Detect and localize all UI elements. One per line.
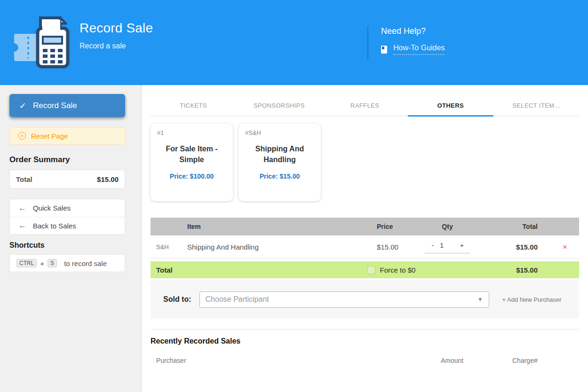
arrow-left-icon: ← xyxy=(18,204,26,213)
recently-recorded-sales-heading: Recently Recorded Sales xyxy=(151,337,579,345)
check-icon: ✓ xyxy=(19,101,26,111)
header-qty: Qty xyxy=(414,223,480,230)
shortcuts-heading: Shortcuts xyxy=(9,241,132,250)
item-name: Shipping And Handling xyxy=(245,143,314,165)
delete-row-icon[interactable]: × xyxy=(563,243,567,251)
col-amount: Amount xyxy=(441,357,512,364)
quantity-stepper: - 1 + xyxy=(425,241,470,253)
sidebar: ✓ Record Sale × Reset Page Order Summary… xyxy=(0,85,142,392)
order-grand-total: $15.00 xyxy=(480,266,551,274)
qty-decrease-button[interactable]: - xyxy=(426,241,440,249)
section-divider xyxy=(151,329,579,329)
shortcut-hint: CTRL + S to record sale xyxy=(9,254,125,272)
back-to-sales-label: Back to Sales xyxy=(33,222,76,230)
row-item-total: $15.00 xyxy=(480,243,551,251)
reset-circle-x-icon: × xyxy=(18,132,26,140)
quick-sales-label: Quick Sales xyxy=(33,204,71,212)
row-item-code: S&H xyxy=(151,243,187,251)
record-sale-button-label: Record Sale xyxy=(33,101,77,110)
item-card-for-sale-item-simple[interactable]: #1 For Sale Item - Simple Price: $100.00 xyxy=(151,124,233,201)
key-separator: + xyxy=(40,259,44,267)
sold-to-section: Sold to: Choose Participant ▼ + Add New … xyxy=(151,280,579,319)
col-charge: Charge# xyxy=(512,357,579,364)
page-subtitle: Record a sale xyxy=(79,42,153,50)
col-purchaser: Purchaser xyxy=(151,357,441,364)
how-to-guides-link[interactable]: How-To Guides xyxy=(393,44,445,55)
tab-sponsorships[interactable]: SPONSORSHIPS xyxy=(236,95,322,117)
order-total-row: Total Force to $0 $15.00 xyxy=(151,261,579,278)
chevron-down-icon: ▼ xyxy=(477,296,483,303)
item-code: #S&H xyxy=(245,129,314,136)
reset-page-button-label: Reset Page xyxy=(31,132,68,140)
sidebar-item-quick-sales[interactable]: ← Quick Sales xyxy=(10,199,125,217)
shortcut-description: to record sale xyxy=(64,259,107,267)
item-price: Price: $100.00 xyxy=(157,172,226,180)
item-card-list: #1 For Sale Item - Simple Price: $100.00… xyxy=(151,124,579,201)
record-sale-button[interactable]: ✓ Record Sale xyxy=(9,94,125,117)
item-price: Price: $15.00 xyxy=(245,172,314,180)
item-name: For Sale Item - Simple xyxy=(157,143,226,165)
order-total-label: Total xyxy=(16,175,32,183)
participant-select-placeholder: Choose Participant xyxy=(206,295,477,304)
page-title: Record Sale xyxy=(79,21,153,36)
order-table: Item Price Qty Total S&H Shipping And Ha… xyxy=(151,218,579,319)
record-sale-ticket-terminal-icon xyxy=(13,13,72,69)
force-to-zero-checkbox[interactable] xyxy=(367,266,375,274)
qty-value[interactable]: 1 xyxy=(440,241,455,249)
add-new-purchaser-link[interactable]: + Add New Purchaser xyxy=(502,296,562,303)
page-header: Record Sale Record a sale Need Help? How… xyxy=(0,0,588,85)
table-row: S&H Shipping And Handling $15.00 - 1 + $… xyxy=(151,235,579,259)
item-code: #1 xyxy=(157,129,226,136)
s-key: S xyxy=(48,259,57,267)
tab-raffles[interactable]: RAFFLES xyxy=(322,95,407,117)
order-summary-heading: Order Summary xyxy=(9,155,132,165)
tab-select-item[interactable]: SELECT ITEM... xyxy=(493,95,579,117)
qty-increase-button[interactable]: + xyxy=(455,241,469,249)
force-to-zero-label: Force to $0 xyxy=(380,266,415,274)
header-total: Total xyxy=(480,223,551,230)
sold-to-label: Sold to: xyxy=(163,295,191,304)
recent-sales-column-headers: Purchaser Amount Charge# xyxy=(151,357,579,364)
order-total-value: $15.00 xyxy=(97,175,119,183)
tab-tickets[interactable]: TICKETS xyxy=(151,95,236,117)
order-summary-total-card: Total $15.00 xyxy=(9,170,125,188)
help-panel: Need Help? How-To Guides xyxy=(367,26,445,60)
sidebar-item-back-to-sales[interactable]: ← Back to Sales xyxy=(10,217,125,234)
sidebar-nav-card: ← Quick Sales ← Back to Sales xyxy=(9,199,125,235)
arrow-left-icon: ← xyxy=(18,221,26,230)
order-table-header: Item Price Qty Total xyxy=(151,218,579,235)
row-item-name: Shipping And Handling xyxy=(187,243,367,251)
item-card-shipping-and-handling[interactable]: #S&H Shipping And Handling Price: $15.00 xyxy=(238,124,321,201)
ctrl-key: CTRL xyxy=(16,259,37,267)
help-title: Need Help? xyxy=(381,26,445,36)
header-item: Item xyxy=(187,223,367,230)
total-row-label: Total xyxy=(151,266,367,274)
tab-others[interactable]: OTHERS xyxy=(408,95,493,117)
row-item-price: $15.00 xyxy=(367,243,414,251)
header-price: Price xyxy=(367,223,414,230)
reset-page-button[interactable]: × Reset Page xyxy=(9,127,125,145)
category-tabs: TICKETS SPONSORSHIPS RAFFLES OTHERS SELE… xyxy=(151,95,579,116)
book-icon xyxy=(381,46,387,54)
participant-select[interactable]: Choose Participant ▼ xyxy=(199,291,489,308)
main-content: TICKETS SPONSORSHIPS RAFFLES OTHERS SELE… xyxy=(142,85,588,392)
